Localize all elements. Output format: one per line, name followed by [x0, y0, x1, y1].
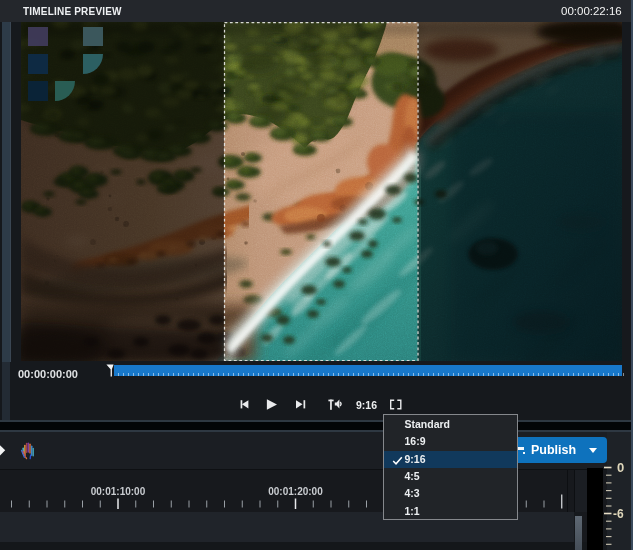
svg-text:00:01:20:00: 00:01:20:00	[268, 486, 323, 497]
svg-text:9:16: 9:16	[356, 399, 377, 411]
svg-text:0: 0	[617, 460, 624, 475]
svg-text:00:01:10:00: 00:01:10:00	[91, 486, 146, 497]
svg-text:-6: -6	[613, 507, 624, 521]
